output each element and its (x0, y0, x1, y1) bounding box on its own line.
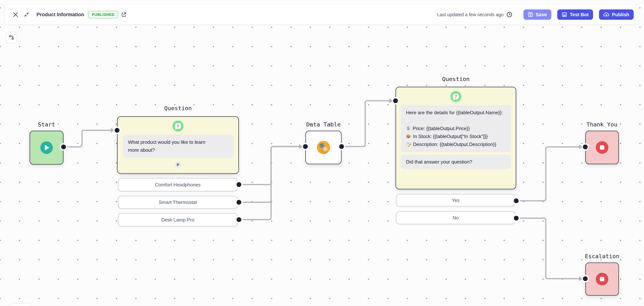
question1-node-label: Question (117, 105, 239, 112)
escalation-node-label: Escalation (569, 253, 636, 260)
close-button[interactable] (10, 9, 21, 20)
arrow-question1 (111, 128, 115, 133)
dollar-icon: $ (406, 124, 410, 133)
publish-button-label: Publish (612, 12, 629, 18)
escalation-node[interactable] (585, 262, 619, 296)
variable-chip[interactable]: P (174, 162, 182, 168)
datatable-node-label: Data Table (290, 121, 357, 128)
history-clock-icon[interactable] (506, 12, 512, 18)
description-text: Description: {{tableOutput.Description}} (413, 142, 496, 147)
test-bot-button[interactable]: Test Bot (557, 10, 593, 20)
edge-start-to-question1 (64, 130, 111, 147)
stock-text: In Stock: {{tableOutput["In Stock"]}} (413, 134, 488, 139)
publish-button[interactable]: Publish (599, 10, 634, 20)
save-button[interactable]: Save (524, 10, 551, 20)
save-button-label: Save (536, 12, 547, 18)
arrow-question2 (389, 98, 393, 103)
choice-button[interactable]: Yes (396, 194, 516, 207)
description-row: Description: {{tableOutput.Description}} (406, 140, 504, 148)
external-link-icon (121, 12, 127, 17)
choice-button[interactable]: Comfort Headphones (118, 178, 238, 192)
stop-icon (596, 273, 608, 285)
flow-editor: Product Information PUBLISHED Last updat… (0, 0, 644, 306)
port-choice1-out[interactable] (236, 182, 241, 187)
question1-message[interactable]: What product would you like to learn mor… (123, 134, 233, 158)
question-icon: ? (450, 91, 462, 102)
arrow-escalation (579, 276, 583, 281)
port-escalation-in[interactable] (583, 276, 588, 281)
start-node-label: Start (17, 121, 76, 128)
start-node[interactable] (30, 131, 64, 165)
close-icon (13, 12, 18, 17)
port-question1-in[interactable] (115, 128, 120, 133)
question2-message[interactable]: Here are the details for {{tableOutput.N… (401, 105, 511, 152)
edge-choice1-to-datatable (240, 146, 299, 184)
package-icon (406, 134, 411, 139)
robot-icon (562, 12, 567, 17)
edge-no-to-escalation (516, 218, 579, 279)
port-choice2-out[interactable] (236, 200, 241, 205)
port-no-out[interactable] (514, 216, 519, 220)
last-updated-label: Last updated a few seconds ago (437, 12, 504, 17)
collapse-button[interactable] (21, 9, 32, 20)
header-bar: Product Information PUBLISHED Last updat… (5, 5, 639, 24)
cloud-upload-icon (604, 12, 609, 17)
port-start-out[interactable] (61, 144, 66, 149)
gears-icon (316, 140, 330, 154)
open-editor-button[interactable] (118, 9, 130, 20)
test-bot-button-label: Test Bot (570, 12, 588, 18)
choice-button[interactable]: No (396, 211, 516, 224)
stock-row: In Stock: {{tableOutput["In Stock"]}} (406, 132, 504, 140)
port-choice3-out[interactable] (236, 217, 241, 222)
edge-choice2-to-datatable (240, 146, 299, 202)
edge-yes-to-thankyou (516, 147, 579, 201)
datatable-node[interactable] (306, 131, 342, 164)
canvas-widget-peek[interactable] (10, 303, 32, 306)
price-text: Price: {{tableOutput.Price}} (413, 126, 470, 131)
port-datatable-out[interactable] (339, 144, 344, 149)
price-row: $Price: {{tableOutput.Price}} (406, 124, 504, 133)
thankyou-node-label: Thank You (569, 121, 635, 128)
port-yes-out[interactable] (514, 198, 519, 203)
question2-node[interactable]: ? Here are the details for {{tableOutput… (396, 87, 516, 189)
question1-node[interactable]: ? What product would you like to learn m… (117, 116, 239, 174)
port-datatable-in[interactable] (303, 144, 308, 149)
stop-icon (596, 141, 608, 154)
connections-tool-button[interactable] (6, 32, 17, 43)
arrow-datatable (299, 144, 303, 149)
question-icon: ? (172, 120, 184, 132)
edge-choice3-to-datatable (240, 146, 299, 220)
question2-followup[interactable]: Did that answer your question? (401, 155, 511, 169)
choice-button[interactable]: Desk Lamp Pro (118, 213, 238, 227)
port-thankyou-in[interactable] (583, 144, 588, 149)
route-icon (8, 34, 14, 40)
memo-icon (406, 142, 411, 147)
save-icon (528, 12, 533, 17)
thankyou-node[interactable] (585, 131, 619, 164)
arrow-thankyou (579, 144, 583, 149)
status-badge[interactable]: PUBLISHED (88, 11, 118, 18)
page-title[interactable]: Product Information (36, 12, 84, 18)
message-intro: Here are the details for {{tableOutput.N… (406, 109, 504, 117)
port-question2-in[interactable] (393, 98, 398, 103)
question2-node-label: Question (396, 76, 516, 82)
collapse-icon (24, 12, 29, 17)
play-icon (40, 141, 53, 154)
choice-button[interactable]: Smart Thermostat (118, 196, 238, 209)
